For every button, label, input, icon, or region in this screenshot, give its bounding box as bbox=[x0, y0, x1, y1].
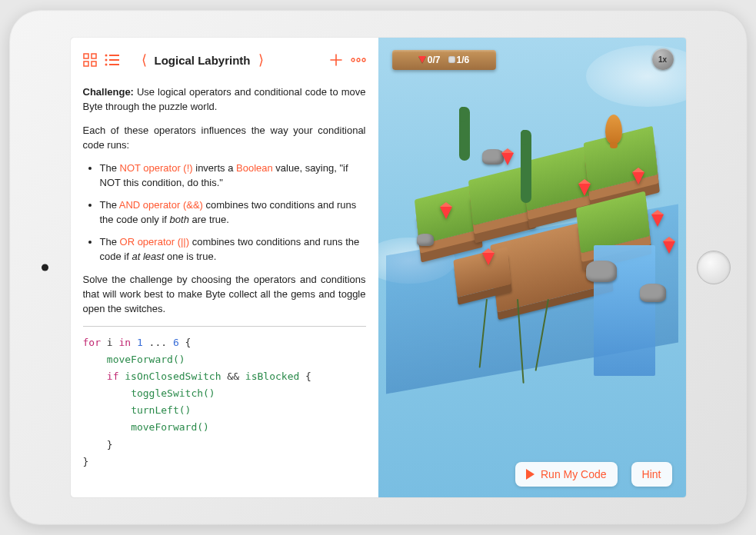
challenge-paragraph: Challenge: Use logical operators and con… bbox=[83, 85, 366, 115]
speed-button[interactable]: 1x bbox=[652, 48, 674, 70]
rock-decor bbox=[417, 234, 434, 246]
plus-icon[interactable] bbox=[329, 51, 343, 69]
boolean-link[interactable]: Boolean bbox=[236, 162, 273, 174]
not-operator-link[interactable]: NOT operator (!) bbox=[120, 162, 193, 174]
solve-paragraph: Solve the challenge by choosing the oper… bbox=[83, 273, 366, 317]
svg-rect-2 bbox=[84, 61, 88, 66]
game-viewport[interactable]: 0/7 1/6 1x bbox=[378, 38, 686, 497]
challenge-label: Challenge: bbox=[83, 86, 134, 98]
svg-point-4 bbox=[105, 55, 107, 57]
gem bbox=[482, 253, 495, 265]
gem bbox=[440, 207, 452, 219]
gem bbox=[632, 172, 644, 184]
toolbar: ⟨ Logical Labyrinth ⟩ bbox=[83, 47, 366, 73]
svg-point-6 bbox=[105, 59, 107, 61]
or-operator-link[interactable]: OR operator (||) bbox=[120, 236, 190, 248]
run-label: Run My Code bbox=[541, 468, 607, 480]
gem bbox=[501, 153, 514, 165]
page-title: Logical Labyrinth bbox=[155, 54, 251, 67]
bottom-action-bar: Run My Code Hint bbox=[378, 462, 686, 487]
svg-rect-0 bbox=[84, 54, 88, 58]
list-item: The NOT operator (!) inverts a Boolean v… bbox=[100, 161, 366, 191]
page-title-nav: ⟨ Logical Labyrinth ⟩ bbox=[142, 53, 264, 67]
switch-counter: 1/6 bbox=[448, 55, 470, 65]
gem-counter: 0/7 bbox=[418, 55, 441, 65]
cactus-decor bbox=[521, 130, 531, 203]
play-icon bbox=[526, 469, 535, 480]
more-icon[interactable] bbox=[351, 51, 366, 69]
grid-icon[interactable] bbox=[83, 51, 97, 69]
rock-decor bbox=[482, 149, 504, 164]
hud-counter-plank: 0/7 1/6 bbox=[392, 50, 496, 70]
hint-button[interactable]: Hint bbox=[631, 462, 672, 487]
svg-rect-5 bbox=[109, 55, 119, 56]
gem-icon bbox=[418, 56, 426, 63]
intro-paragraph: Each of these operators influences the w… bbox=[83, 124, 366, 153]
svg-point-12 bbox=[362, 58, 365, 61]
svg-rect-9 bbox=[109, 64, 119, 65]
run-code-button[interactable]: Run My Code bbox=[515, 462, 618, 487]
svg-rect-3 bbox=[92, 61, 96, 66]
ipad-camera bbox=[42, 264, 48, 271]
gem bbox=[578, 184, 591, 196]
instructions-content: Challenge: Use logical operators and con… bbox=[83, 85, 366, 470]
operator-list: The NOT operator (!) inverts a Boolean v… bbox=[83, 161, 366, 264]
svg-point-10 bbox=[351, 58, 355, 61]
svg-point-11 bbox=[357, 58, 360, 61]
rock-decor bbox=[640, 284, 666, 302]
hint-label: Hint bbox=[642, 468, 661, 480]
ipad-home-button[interactable] bbox=[697, 251, 731, 284]
chevron-left-icon[interactable]: ⟨ bbox=[142, 53, 147, 67]
svg-rect-7 bbox=[109, 59, 119, 61]
puzzle-island: .cactus:nth-of-type(1)::before{left:-10p… bbox=[386, 99, 678, 376]
rock-decor bbox=[586, 261, 617, 282]
ipad-device-frame: ⟨ Logical Labyrinth ⟩ Challenge: Use log… bbox=[9, 10, 748, 525]
left-panel: ⟨ Logical Labyrinth ⟩ Challenge: Use log… bbox=[71, 38, 378, 497]
divider bbox=[83, 326, 366, 327]
cactus-decor bbox=[459, 107, 470, 161]
code-editor[interactable]: for i in 1 ... 6 { moveForward() if isOn… bbox=[83, 334, 366, 470]
gem bbox=[663, 241, 675, 254]
gem bbox=[651, 214, 664, 227]
list-item: The OR operator (||) combines two condit… bbox=[100, 235, 366, 264]
byte-character bbox=[605, 115, 622, 144]
chevron-right-icon[interactable]: ⟩ bbox=[258, 53, 264, 67]
list-icon[interactable] bbox=[105, 51, 120, 69]
and-operator-link[interactable]: AND operator (&&) bbox=[119, 199, 203, 211]
svg-rect-1 bbox=[92, 54, 96, 58]
list-item: The AND operator (&&) combines two condi… bbox=[100, 198, 366, 228]
app-screen: ⟨ Logical Labyrinth ⟩ Challenge: Use log… bbox=[71, 38, 686, 497]
svg-point-8 bbox=[105, 64, 107, 66]
switch-icon bbox=[448, 56, 455, 63]
